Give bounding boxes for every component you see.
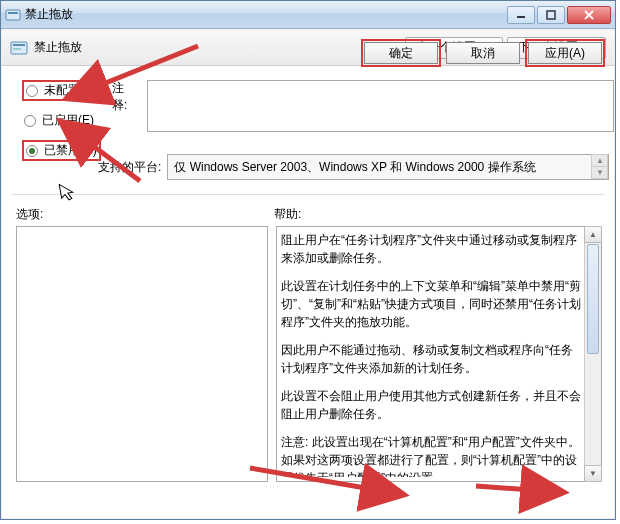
body: 未配置(C) 已启用(E) 已禁用(D) 注释: 支持的平台: — [2, 66, 614, 74]
window-buttons — [507, 6, 611, 24]
gpo-icon — [5, 7, 21, 23]
policy-icon — [10, 39, 28, 57]
columns-header: 选项: 帮助: — [16, 206, 600, 223]
radio-enabled[interactable]: 已启用(E) — [22, 111, 101, 130]
platform-box: 仅 Windows Server 2003、Windows XP 和 Windo… — [167, 154, 609, 180]
help-para: 阻止用户在“任务计划程序”文件夹中通过移动或复制程序来添加或删除任务。 — [281, 231, 581, 267]
scroll-track[interactable] — [585, 244, 601, 464]
help-box: 阻止用户在“任务计划程序”文件夹中通过移动或复制程序来添加或删除任务。 此设置在… — [276, 226, 602, 482]
separator — [12, 194, 604, 195]
help-para: 因此用户不能通过拖动、移动或复制文档或程序向“任务计划程序”文件夹添加新的计划任… — [281, 341, 581, 377]
apply-button[interactable]: 应用(A) — [528, 42, 602, 64]
radio-label: 已启用(E) — [42, 112, 94, 129]
radio-disabled[interactable]: 已禁用(D) — [22, 140, 101, 161]
svg-rect-7 — [13, 44, 25, 46]
scroll-down-icon[interactable]: ▼ — [584, 465, 602, 482]
platform-text: 仅 Windows Server 2003、Windows XP 和 Windo… — [174, 160, 535, 174]
maximize-button[interactable] — [537, 6, 565, 24]
note-row: 注释: — [112, 80, 614, 132]
radio-icon — [24, 115, 36, 127]
svg-rect-1 — [8, 12, 18, 14]
platform-label: 支持的平台: — [98, 159, 161, 176]
window-title: 禁止拖放 — [25, 6, 507, 23]
ok-button[interactable]: 确定 — [364, 42, 438, 64]
radio-group: 未配置(C) 已启用(E) 已禁用(D) — [22, 80, 101, 161]
dialog-window: 禁止拖放 禁止拖放 上一个设置(P) 下一个设置(N) 未配置(C) — [0, 0, 616, 520]
help-scrollbar[interactable]: ▲ ▼ — [584, 227, 601, 481]
help-para: 此设置不会阻止用户使用其他方式创建新任务，并且不会阻止用户删除任务。 — [281, 387, 581, 423]
minimize-button[interactable] — [507, 6, 535, 24]
radio-icon — [26, 85, 38, 97]
scroll-up-icon[interactable]: ▲ — [584, 226, 602, 243]
cancel-button[interactable]: 取消 — [446, 42, 520, 64]
svg-rect-0 — [6, 10, 20, 20]
svg-rect-8 — [13, 48, 21, 50]
radio-label: 未配置(C) — [44, 82, 97, 99]
radio-icon — [26, 145, 38, 157]
note-label: 注释: — [112, 80, 139, 114]
scroll-thumb[interactable] — [587, 244, 599, 354]
close-button[interactable] — [567, 6, 611, 24]
policy-title: 禁止拖放 — [34, 39, 82, 56]
button-row: 确定 取消 应用(A) — [364, 42, 602, 64]
platform-scrollbar[interactable]: ▲▼ — [591, 155, 608, 179]
radio-label: 已禁用(D) — [44, 142, 97, 159]
options-box — [16, 226, 268, 482]
titlebar: 禁止拖放 — [1, 1, 615, 29]
platform-row: 支持的平台: 仅 Windows Server 2003、Windows XP … — [98, 154, 609, 180]
help-para: 此设置在计划任务中的上下文菜单和“编辑”菜单中禁用“剪切”、“复制”和“粘贴”快… — [281, 277, 581, 331]
note-textarea[interactable] — [147, 80, 614, 132]
radio-not-configured[interactable]: 未配置(C) — [22, 80, 101, 101]
help-para: 注意: 此设置出现在“计算机配置”和“用户配置”文件夹中。如果对这两项设置都进行… — [281, 433, 581, 477]
help-label: 帮助: — [274, 206, 301, 223]
content-area: 禁止拖放 上一个设置(P) 下一个设置(N) 未配置(C) 已启用(E) 已禁用… — [2, 30, 614, 518]
svg-rect-3 — [547, 11, 555, 19]
options-label: 选项: — [16, 206, 274, 223]
help-text: 阻止用户在“任务计划程序”文件夹中通过移动或复制程序来添加或删除任务。 此设置在… — [281, 231, 581, 477]
